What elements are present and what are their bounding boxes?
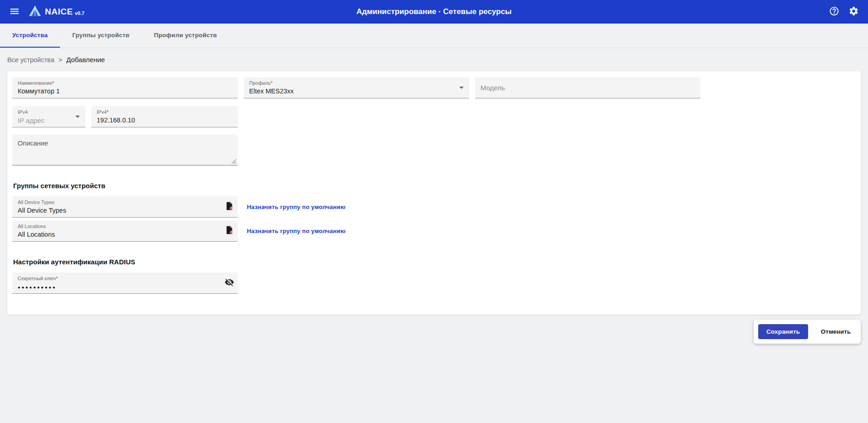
page-title: Администрирование · Сетевые ресурсы [356,7,511,16]
name-field[interactable]: Наименование* Коммутатор 1 [12,77,238,98]
secret-key-value: ●●●●●●●●●● [18,285,217,290]
toggle-secret-visibility-button[interactable] [224,277,235,290]
save-button[interactable]: Сохранить [758,324,808,339]
tab-device-profiles[interactable]: Профили устройств [142,24,229,48]
section-title-radius: Настройки аутентификации RADIUS [13,258,855,266]
ip-version-select[interactable]: IPv4 IP адрес [12,106,85,127]
ip-address-value: 192.168.0.10 [97,117,232,124]
required-mark: * [107,109,108,115]
breadcrumb-current: Добавление [66,56,105,63]
required-mark: * [271,80,273,86]
ip-address-field[interactable]: IPv4* 192.168.0.10 [91,106,238,127]
assign-group-icon [225,201,234,213]
help-button[interactable] [826,3,842,20]
hamburger-icon [9,6,20,18]
chevron-down-icon [459,87,464,89]
profile-select-value: Eltex MES23xx [249,88,464,95]
secret-key-label: Секретный ключ* [18,276,217,282]
group-row-device-types: All Device Types All Device Types Назнач… [12,196,856,218]
app-bar: NAICE v0.7 Администрирование · Сетевые р… [0,0,868,24]
group-field-value: All Device Types [18,207,217,214]
settings-button[interactable] [846,3,862,20]
required-mark: * [56,276,58,281]
name-field-value: Коммутатор 1 [18,88,232,95]
group-field-device-types[interactable]: All Device Types All Device Types [12,196,238,218]
assign-group-button[interactable] [224,200,235,214]
profile-select-label: Профиль* [249,80,464,86]
model-field[interactable]: Модель [475,77,701,98]
logo-icon [28,5,45,19]
model-field-placeholder: Модель [481,84,505,92]
assign-default-group-link[interactable]: Назначить группу по умолчанию [247,228,345,234]
profile-select[interactable]: Профиль* Eltex MES23xx [244,77,469,98]
eye-off-icon [225,277,234,289]
group-row-locations: All Locations All Locations Назначить гр… [12,220,856,242]
group-field-label: All Device Types [18,199,217,205]
cancel-button[interactable]: Отменить [818,328,853,335]
assign-default-group-link[interactable]: Назначить группу по умолчанию [247,204,345,210]
appbar-actions [826,3,862,20]
app-name: NAICE [45,7,73,17]
help-icon [829,6,839,18]
gear-icon [848,6,859,18]
ip-address-label: IPv4* [97,109,232,115]
form-row-2: IPv4 IP адрес IPv4* 192.168.0.10 [12,106,856,127]
device-form-card: Наименование* Коммутатор 1 Профиль* Elte… [7,71,861,315]
form-row-1: Наименование* Коммутатор 1 Профиль* Elte… [12,77,856,98]
chevron-down-icon [75,116,80,118]
app-logo: NAICE v0.7 [28,5,84,19]
breadcrumb-all-devices[interactable]: Все устройства [7,56,54,63]
secret-key-field[interactable]: Секретный ключ* ●●●●●●●●●● [12,272,238,294]
assign-group-button[interactable] [224,224,235,238]
breadcrumb-separator: > [59,56,62,63]
group-field-locations[interactable]: All Locations All Locations [12,220,238,242]
description-textarea[interactable]: Описание [12,135,238,165]
name-field-label: Наименование* [18,80,232,86]
description-placeholder: Описание [18,140,232,147]
breadcrumb: Все устройства > Добавление [7,56,861,63]
tab-device-groups[interactable]: Группы устройств [60,24,142,48]
radius-row: Секретный ключ* ●●●●●●●●●● [12,272,856,294]
group-field-value: All Locations [18,231,217,238]
app-version: v0.7 [75,10,84,16]
menu-button[interactable] [6,3,23,21]
required-mark: * [52,80,54,86]
ip-version-label: IPv4 [18,109,80,115]
action-bar: Сохранить Отменить [754,320,861,344]
group-field-label: All Locations [18,224,217,229]
tab-devices[interactable]: Устройства [0,24,60,48]
ip-version-placeholder: IP адрес [18,117,80,124]
assign-group-icon [225,225,234,237]
resize-handle-icon[interactable] [230,158,236,164]
section-title-device-groups: Группы сетевых устройств [13,182,855,190]
tab-bar: Устройства Группы устройств Профили устр… [0,24,868,48]
